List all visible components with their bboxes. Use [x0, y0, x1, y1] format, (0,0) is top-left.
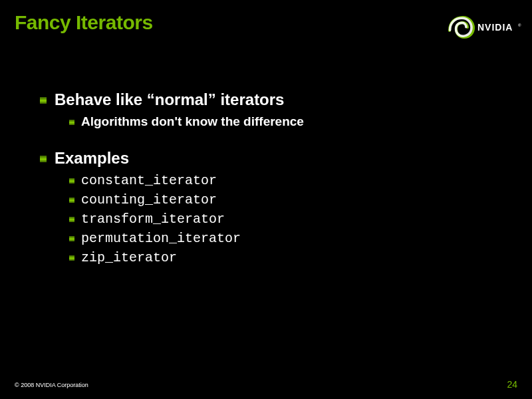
code-text: transform_iterator [81, 211, 225, 227]
bullet-list-level1: Behave like “normal” iterators Algorithm… [40, 90, 505, 266]
square-bullet-icon [69, 178, 74, 184]
nvidia-eye-icon: NVIDIA ® [438, 11, 524, 43]
square-bullet-icon [69, 236, 74, 241]
slide-title: Fancy Iterators [15, 11, 153, 34]
code-text: permutation_iterator [81, 230, 241, 247]
bullet-list-level2: Algorithms don't know the difference [69, 114, 505, 130]
nvidia-wordmark: NVIDIA [477, 22, 513, 33]
slide-body: Behave like “normal” iterators Algorithm… [40, 90, 505, 285]
square-bullet-icon [40, 156, 47, 162]
list-item: Examples [40, 148, 505, 168]
nvidia-logo: NVIDIA ® [431, 7, 524, 47]
svg-rect-0 [440, 16, 448, 39]
list-item: permutation_iterator [69, 230, 505, 247]
square-bullet-icon [69, 217, 74, 222]
bullet-text: Examples [55, 148, 129, 168]
slide: Fancy Iterators NVIDIA ® Behave like “no… [0, 0, 532, 399]
list-item: counting_iterator [69, 192, 505, 208]
page-number: 24 [507, 379, 517, 390]
code-text: counting_iterator [81, 192, 217, 208]
registered-mark: ® [518, 23, 521, 27]
list-item: Algorithms don't know the difference [69, 114, 505, 130]
list-item: constant_iterator [69, 172, 505, 189]
bullet-text: Behave like “normal” iterators [55, 90, 284, 110]
code-text: zip_iterator [81, 249, 177, 266]
copyright-text: © 2008 NVIDIA Corporation [15, 382, 88, 388]
code-text: constant_iterator [81, 172, 217, 189]
list-item: Behave like “normal” iterators [40, 90, 505, 110]
bullet-text: Algorithms don't know the difference [81, 114, 304, 130]
list-item: zip_iterator [69, 249, 505, 266]
square-bullet-icon [69, 198, 74, 203]
square-bullet-icon [69, 255, 74, 261]
square-bullet-icon [40, 97, 47, 104]
square-bullet-icon [69, 120, 74, 125]
bullet-list-level2: constant_iterator counting_iterator tran… [69, 172, 505, 266]
list-item: transform_iterator [69, 211, 505, 227]
